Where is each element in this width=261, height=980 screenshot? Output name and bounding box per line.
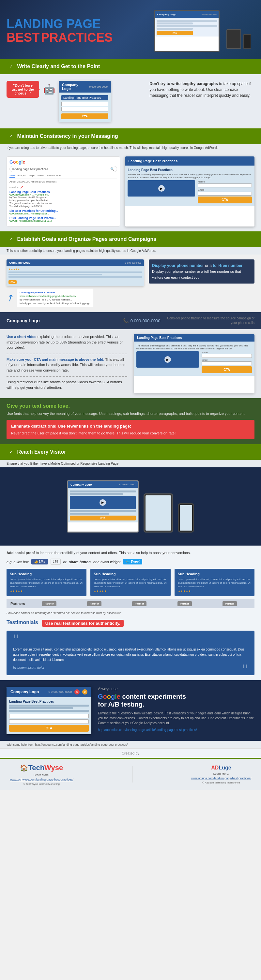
tw-learn: Learn More: xyxy=(34,773,50,776)
vmr-header: Landing Page Best Practices xyxy=(134,334,255,342)
partner-2: Partner xyxy=(87,601,101,606)
search-result-1: Headline ↗ Landing Page Best Practices w… xyxy=(10,185,117,208)
cls-cta[interactable]: CTA xyxy=(9,725,89,732)
tl-quote-open: " xyxy=(13,636,248,645)
section6-icon: ✓ xyxy=(6,447,16,457)
video-left-col: Use a short video explaining the product… xyxy=(6,334,127,393)
gsr-title: Landing Page Best Practices xyxy=(19,291,90,294)
rd-play[interactable]: ▶ xyxy=(99,499,106,506)
lpm2-input-email[interactable] xyxy=(198,192,252,196)
vmr-input-email[interactable] xyxy=(202,361,252,365)
sh1-title: Sub Heading xyxy=(10,572,83,576)
created-by: Created by xyxy=(0,748,261,758)
partners-note: Showcase partner co-branding or a "featu… xyxy=(6,611,255,615)
cls-body-text: Eliminate the guesswork from website des… xyxy=(98,711,255,725)
or1-text: or xyxy=(63,560,67,564)
gms-line2 xyxy=(8,274,102,275)
vmr-cta[interactable]: CTA xyxy=(202,366,252,373)
lpm2-header: Landing Page Best Practices xyxy=(125,156,255,165)
gms-body: ★★★★★ CTA xyxy=(6,266,144,286)
video-item-3: Using directional clues like arrows or p… xyxy=(6,379,127,390)
mockup-desktop: Company Logo 0 0000-000-0000 CTA xyxy=(154,10,219,52)
cls-input2[interactable] xyxy=(9,719,89,724)
mockup-devices-row xyxy=(226,29,251,49)
wc-title: Landing Page Best Practices xyxy=(61,95,108,100)
section2-title: Maintain Consistency in your Messaging xyxy=(17,133,118,139)
headline-arrow: ↗ xyxy=(20,185,24,190)
cls-phone: 0 0-000-000-0000 xyxy=(48,690,72,694)
cls-lines xyxy=(9,705,89,712)
headline-badge: Headline ↗ xyxy=(10,185,117,190)
wc-mockup-header: Company Logo 0 000-000-0000 xyxy=(59,81,111,92)
section6-devices: Company Logo 1-000-000-0000 ▶ CTA xyxy=(0,467,261,546)
vmr-play-btn[interactable]: ▶ xyxy=(165,356,171,363)
dashed-div2 xyxy=(6,376,127,377)
partners-bar: Partners Partner Partner Partner Partner… xyxy=(6,599,255,608)
vmr-video: ▶ xyxy=(136,351,199,368)
vmr-input-name[interactable] xyxy=(202,354,252,358)
rd-line1 xyxy=(70,490,136,492)
rd-video-area: ▶ xyxy=(70,496,136,509)
wc-speech-text: "Don't bore us, get to the chorus..." xyxy=(12,83,34,95)
eliminate-text: Never direct the user off page if you do… xyxy=(11,431,250,436)
sr2-link[interactable]: Six Best Practices for Optimizing... xyxy=(10,209,117,213)
play-button[interactable]: ▶ xyxy=(158,185,165,192)
section6-title: Reach Every Visitor xyxy=(17,449,66,455)
tl-title: Give your text some love. xyxy=(6,403,255,409)
cls-for-ab: for A/B testing. xyxy=(98,701,144,708)
tablet-device xyxy=(226,29,241,49)
sub-headings-row: Sub Heading Lorem ipsum dolor sit amet, … xyxy=(6,569,255,596)
sh-card-1: Sub Heading Lorem ipsum dolor sit amet, … xyxy=(6,569,86,596)
rd-line2 xyxy=(70,493,123,495)
sr3-link[interactable]: RBC Landing Page Best Practic... xyxy=(10,216,117,220)
rd-cta[interactable]: CTA xyxy=(70,515,136,520)
hero-mockup: Company Logo 0 0000-000-0000 CTA xyxy=(119,10,255,52)
google-search-bar: landing page best practices 🔍 xyxy=(10,166,117,172)
cls-input1[interactable] xyxy=(9,714,89,718)
gms-logo: Company Logo xyxy=(9,261,123,264)
wc-input2 xyxy=(61,107,108,111)
rd-body: ▶ CTA xyxy=(68,488,138,522)
gsr-desc: by Tyler Shannon - is a 170 Google-cerif… xyxy=(19,298,90,305)
vmr-body: The first rule of landing page best prac… xyxy=(134,342,255,376)
sh2-text: Lorem ipsum dolor sit amet, consectetur … xyxy=(94,578,167,589)
like-button[interactable]: 👍 Like xyxy=(31,559,48,565)
phone-bar-note: Consider phone tracking to measure the s… xyxy=(165,316,255,325)
vmr-email-label: Email xyxy=(202,359,252,361)
hero-title-practices: PRACTICES xyxy=(41,31,113,45)
mockup-cta: CTA xyxy=(157,31,193,35)
social-text: to increase the credibility of your cont… xyxy=(36,551,191,555)
lpm2-input-name[interactable] xyxy=(198,183,252,188)
tw-url[interactable]: www.techwyse.com/landing-page-best-pract… xyxy=(10,778,74,781)
wc-figure: 🤖 xyxy=(42,81,56,97)
cls-title-line: Landing Page Best Practices xyxy=(9,700,89,703)
mockup-phone: 0 0000-000-0000 xyxy=(202,13,217,15)
section1-header: ✓ Write Clearly and Get to the Point xyxy=(0,59,261,74)
social-header: Add social proof to increase the credibi… xyxy=(6,550,255,555)
gms-cta[interactable]: CTA xyxy=(8,280,17,284)
tweet-button[interactable]: 🐦 Tweet xyxy=(123,559,142,565)
tl-text1: Use fonts that help convey the meaning o… xyxy=(6,411,255,417)
vmr-text: The first rule of landing page best prac… xyxy=(136,344,252,350)
cls-line1 xyxy=(9,705,89,706)
sr1-link[interactable]: Landing Page Best Practices xyxy=(10,190,117,194)
lpm2-title: Landing Page Best Practices xyxy=(128,168,252,172)
sh1-text: Lorem ipsum dolor sit amet, consectetur … xyxy=(10,578,83,589)
cls-content: content experiments xyxy=(122,693,186,700)
rd-tablet-inner xyxy=(146,495,171,531)
wc-speech: "Don't bore us, get to the chorus..." xyxy=(6,81,39,98)
section5-content: Give your text some love. Use fonts that… xyxy=(0,398,261,444)
al-url[interactable]: www.adluge.com/landing-page-best-practic… xyxy=(191,776,251,780)
section2-icon: ✓ xyxy=(6,132,16,141)
lpm2-cta[interactable]: CTA xyxy=(198,197,252,204)
partner-4: Partner xyxy=(178,601,192,606)
cls-google: Google xyxy=(98,693,122,700)
rd-line3 xyxy=(70,510,136,512)
wc-right: Don't try to write lengthy paragraphs to… xyxy=(149,81,255,99)
mockup-line1 xyxy=(157,20,217,22)
phone-bar: Company Logo 📞 0 000-000-0000 Consider p… xyxy=(0,312,261,329)
cls-line2 xyxy=(9,707,73,709)
example-text: e.g. a like box xyxy=(6,560,29,564)
rd-phone-device xyxy=(178,503,194,533)
cls-ab-heading: Google content experiments for A/B testi… xyxy=(98,692,255,708)
